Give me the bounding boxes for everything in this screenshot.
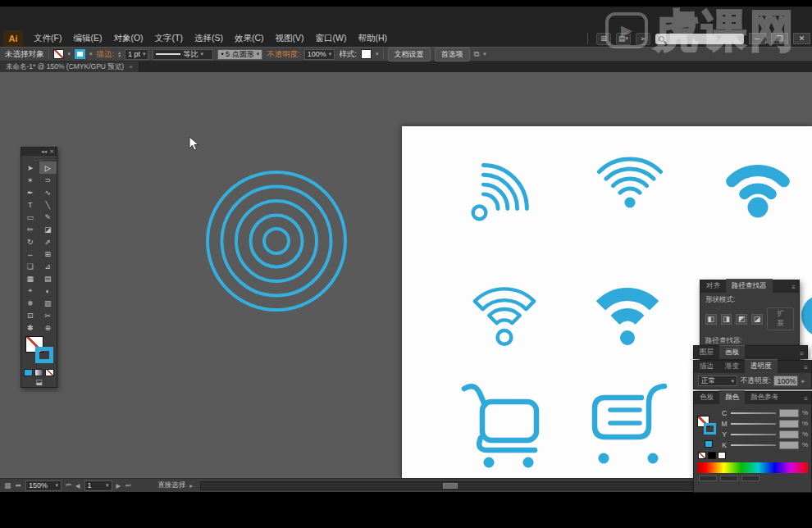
magenta-value-input[interactable] <box>779 420 799 428</box>
status-icon-2[interactable]: ➦ <box>16 481 22 489</box>
tool-line-segment[interactable]: ╲ <box>39 198 57 211</box>
tools-drag-handle[interactable]: ∷∷ <box>21 156 57 162</box>
tab-color[interactable]: 颜色 <box>719 390 745 404</box>
menu-object[interactable]: 对象(O) <box>107 30 148 48</box>
color-spectrum-bar[interactable] <box>697 462 808 473</box>
panel-menu-icon[interactable]: ≡ <box>796 350 807 359</box>
tab-gradient[interactable]: 渐变 <box>719 360 745 373</box>
tool-rectangle[interactable]: ▭ <box>21 211 39 223</box>
gradient-mode-button[interactable] <box>34 369 43 376</box>
tool-magic-wand[interactable]: ✶ <box>21 174 39 186</box>
fill-swatch[interactable] <box>53 49 64 59</box>
panel-menu-icon[interactable]: ≡ <box>801 364 811 373</box>
tool-direct-selection[interactable]: ▷ <box>39 162 57 174</box>
yellow-value-input[interactable] <box>779 430 799 439</box>
tab-layers[interactable]: 图层 <box>694 346 719 359</box>
first-artboard-button[interactable]: ⏮ <box>66 481 71 489</box>
tool-column-graph[interactable]: ▥ <box>39 297 57 309</box>
tool-free-transform[interactable]: ⊞ <box>39 248 57 260</box>
tool-artboard[interactable]: ⊡ <box>21 309 39 321</box>
fill-stroke-swatches[interactable] <box>25 335 53 366</box>
stroke-profile-dropdown[interactable]: 等比▾ <box>153 49 213 60</box>
minimize-button[interactable]: ─ <box>749 33 766 44</box>
arrange-documents-button[interactable]: ⊞ <box>596 33 611 45</box>
opacity-arrow[interactable]: ▸ <box>801 378 805 385</box>
expand-button[interactable]: 扩展 <box>767 307 794 330</box>
tool-lasso[interactable]: ⊃ <box>39 174 57 186</box>
menu-help[interactable]: 帮助(H) <box>353 30 394 48</box>
tool-curvature[interactable]: ∿ <box>39 186 57 198</box>
cyan-value-input[interactable] <box>779 409 799 417</box>
tab-stroke[interactable]: 描边 <box>694 360 719 373</box>
color-fill-stroke-proxy[interactable] <box>697 407 718 450</box>
blend-mode-select[interactable]: 正常 ▾ <box>698 376 737 386</box>
tab-pathfinder[interactable]: 路径查找器 <box>726 279 773 293</box>
tool-slice[interactable]: ✂ <box>39 309 57 321</box>
black-slider[interactable] <box>731 444 776 446</box>
color-field[interactable] <box>720 476 738 481</box>
opacity-input[interactable]: 100% <box>773 376 798 386</box>
rss-signal-icon[interactable] <box>461 147 541 229</box>
exclude-button[interactable]: ◪ <box>751 314 763 325</box>
document-tab[interactable]: 未命名-1* @ 150% (CMYK/GPU 预览) × <box>0 61 139 72</box>
brush-dropdown[interactable]: • 5 点圆形▾ <box>217 49 262 60</box>
tab-transparency[interactable]: 透明度 <box>745 359 778 373</box>
style-swatch[interactable] <box>361 49 372 59</box>
stroke-weight-label[interactable]: 描边: <box>97 49 115 60</box>
stroke-weight-value[interactable]: 1 pt▾ <box>125 49 149 60</box>
magenta-slider[interactable] <box>731 423 776 425</box>
tool-hand[interactable]: ✽ <box>21 321 39 334</box>
panel-menu-icon[interactable]: ≡ <box>788 284 799 293</box>
tools-panel-header[interactable]: ◂◂ ✕ <box>21 148 57 156</box>
search-input[interactable] <box>655 34 744 44</box>
tool-perspective-grid[interactable]: ⊿ <box>39 260 57 272</box>
tool-scale[interactable]: ⇗ <box>39 235 57 248</box>
partial-blue-circle[interactable] <box>801 294 812 337</box>
tool-symbol-sprayer[interactable]: ✵ <box>21 297 39 309</box>
menu-effect[interactable]: 效果(C) <box>229 30 270 48</box>
menu-view[interactable]: 视图(V) <box>270 30 310 48</box>
stroke-swatch[interactable] <box>75 49 85 59</box>
canvas-area[interactable]: ◂◂ ✕ ∷∷ ➤ ▷ ✶ ⊃ ✒ ∿ T ╲ ▭ ✎ ✏ ◪ ↻ ⇗ ↔ ⊞ <box>0 72 812 478</box>
stroke-caret[interactable]: ▾ <box>89 51 93 57</box>
tool-pen[interactable]: ✒ <box>21 186 39 198</box>
wifi-solid-bands-icon[interactable] <box>577 271 677 348</box>
white-swatch[interactable] <box>718 452 726 459</box>
tool-type[interactable]: T <box>21 198 39 211</box>
status-icon-1[interactable]: ▦ <box>4 481 11 489</box>
tab-align[interactable]: 对齐 <box>700 280 726 293</box>
minus-front-button[interactable]: ◨ <box>721 314 732 325</box>
next-artboard-button[interactable]: ▶ <box>116 482 121 489</box>
color-field[interactable] <box>741 476 760 481</box>
document-setup-button[interactable]: 文档设置 <box>388 48 431 61</box>
stroke-weight-stepper[interactable]: ▴▾ <box>118 51 121 58</box>
tab-artboards[interactable]: 画板 <box>719 345 745 359</box>
artboard-number-select[interactable]: 1 ▾ <box>84 480 112 491</box>
preferences-button[interactable]: 首选项 <box>435 48 470 61</box>
tool-paintbrush[interactable]: ✎ <box>39 211 57 223</box>
tool-rotate[interactable]: ↻ <box>21 235 39 248</box>
menu-edit[interactable]: 编辑(E) <box>67 30 107 48</box>
style-caret[interactable]: ▾ <box>376 51 379 57</box>
shopping-cart-left-handle-icon[interactable] <box>458 380 548 472</box>
tool-selection[interactable]: ➤ <box>21 162 39 174</box>
tool-mesh[interactable]: ▦ <box>21 272 39 284</box>
last-artboard-button[interactable]: ⏭ <box>125 481 130 489</box>
yellow-slider[interactable] <box>731 434 776 435</box>
cyan-slider[interactable] <box>731 412 776 414</box>
wifi-outline-bands-icon[interactable] <box>456 271 553 348</box>
menu-type[interactable]: 文字(T) <box>149 30 189 48</box>
shopping-cart-right-handle-icon[interactable] <box>579 381 671 470</box>
tool-gradient[interactable]: ▤ <box>39 272 57 284</box>
status-arrow[interactable]: ▸ <box>189 482 193 489</box>
color-mode-button[interactable] <box>24 369 33 376</box>
black-value-input[interactable] <box>779 441 799 449</box>
concentric-circles-artwork[interactable] <box>202 166 351 316</box>
collapse-icon[interactable]: ◂◂ <box>41 148 47 155</box>
tool-blend[interactable]: ◐ <box>39 284 57 297</box>
restore-button[interactable]: ❐ <box>771 33 788 44</box>
opacity-value[interactable]: 100%▾ <box>304 49 335 60</box>
wifi-thin-arcs-icon[interactable] <box>589 150 671 212</box>
control-overflow-icon[interactable]: ⧉ <box>474 49 480 59</box>
zoom-level-select[interactable]: 150% ▾ <box>25 480 62 491</box>
